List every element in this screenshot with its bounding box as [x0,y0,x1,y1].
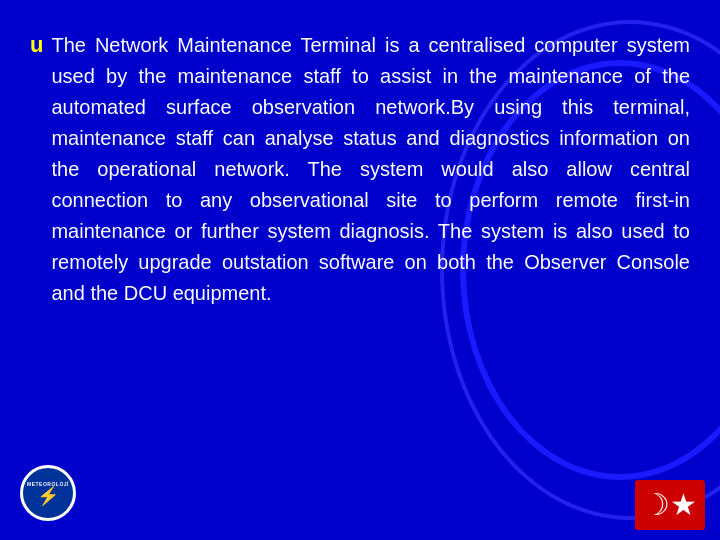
turkish-flag: ☽★ [635,480,705,530]
logo-area: METEOROLOJİ ⚡ [20,465,80,525]
crescent-star-icon: ☽★ [643,490,697,520]
logo-inner: METEOROLOJİ ⚡ [27,481,69,505]
logo-lightning-icon: ⚡ [37,487,59,505]
main-paragraph: The Network Maintenance Terminal is a ce… [51,30,690,309]
bullet-point: u [30,32,43,58]
logo-circle: METEOROLOJİ ⚡ [20,465,76,521]
content-area: u The Network Maintenance Terminal is a … [30,30,690,460]
